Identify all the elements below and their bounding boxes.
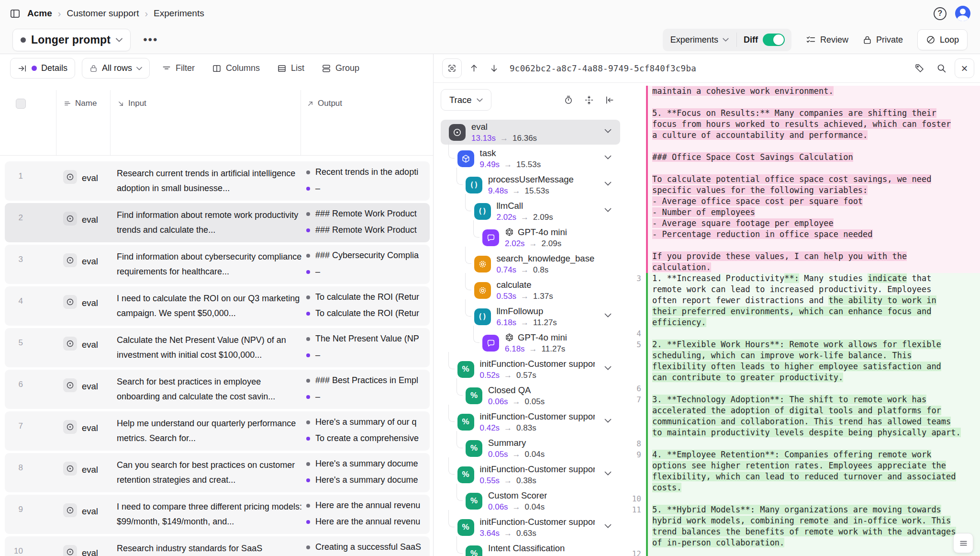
eval-icon: [63, 253, 77, 267]
columns-label: Columns: [226, 63, 260, 73]
diff-line-text: focus from hours worked to results achie…: [646, 119, 980, 130]
columns-button[interactable]: Columns: [207, 58, 265, 79]
tree-connector: [465, 247, 471, 264]
table-row[interactable]: 7evalHelp me understand our quarterly pe…: [5, 411, 430, 451]
chevron-down-icon[interactable]: [604, 471, 612, 476]
experiment-selector[interactable]: Longer prompt: [12, 29, 131, 51]
trace-node-intent-classification[interactable]: %Intent Classification0.13s→0.02s: [441, 541, 620, 556]
details-button[interactable]: Details: [10, 58, 75, 79]
row-input: Search for best practices in employee on…: [117, 374, 304, 405]
loop-button[interactable]: Loop: [917, 29, 968, 50]
diff-toggle-switch[interactable]: [763, 34, 785, 46]
collapse-left-icon[interactable]: [605, 95, 614, 105]
table-row[interactable]: 6evalSearch for best practices in employ…: [5, 370, 430, 409]
private-button[interactable]: Private: [863, 35, 903, 45]
trace-node-llmcall[interactable]: ()llmCall2.02s→2.09s: [441, 199, 620, 224]
timing-icon[interactable]: [564, 95, 573, 105]
trace-node-initfunction-customer-support-c-[interactable]: %initFunction-Customer support-C...0.55s…: [441, 462, 620, 487]
row-input: Can you search for best practices on cus…: [117, 458, 304, 488]
chevron-down-icon[interactable]: [604, 313, 612, 318]
trace-node-closed-qa[interactable]: %Closed QA0.06s→0.05s: [441, 383, 620, 408]
fn-icon: (): [474, 203, 491, 220]
breadcrumb-project[interactable]: Customer support: [67, 8, 139, 19]
table-row[interactable]: 3evalFind information about cybersecurit…: [5, 245, 430, 284]
table-row[interactable]: 1evalResearch current trends in artifici…: [5, 161, 430, 201]
chevron-down-icon[interactable]: [604, 366, 612, 370]
table-row[interactable]: 10evalResearch industry standards for Sa…: [5, 536, 430, 556]
output-dot: [306, 437, 310, 441]
arrow-to-bar-icon: [18, 64, 27, 73]
chevron-down-icon[interactable]: [604, 155, 612, 159]
output-text: –: [315, 392, 320, 402]
row-name: eval: [82, 506, 98, 517]
previous-row-button[interactable]: [466, 60, 482, 77]
table-row[interactable]: 5evalCalculate the Net Present Value (NP…: [5, 328, 430, 367]
expand-panel-button[interactable]: [442, 58, 462, 78]
chevron-down-icon[interactable]: [604, 419, 612, 423]
line-number: [624, 108, 646, 119]
table-row[interactable]: 2evalFind information about remote work …: [5, 203, 430, 242]
tree-connector: [457, 168, 463, 185]
row-name: eval: [82, 423, 98, 433]
trace-node-initfunction-customer-support-c-[interactable]: %initFunction-Customer support-C...0.42s…: [441, 409, 620, 434]
column-header-input[interactable]: Input: [117, 99, 146, 108]
tree-connector: [465, 299, 471, 317]
view-dropdown[interactable]: Experiments: [663, 29, 736, 51]
diff-line: [624, 240, 980, 251]
trace-node-eval[interactable]: eval13.13s→16.36s: [441, 120, 620, 145]
chevron-down-icon[interactable]: [604, 129, 612, 133]
line-number: [624, 460, 646, 471]
chevron-down-icon[interactable]: [604, 208, 612, 212]
diff-line-text: To calculate potential office space cost…: [646, 174, 980, 185]
breadcrumb-section[interactable]: Experiments: [154, 8, 204, 19]
trace-node-initfunction-customer-support-c-[interactable]: %initFunction-Customer support-C...0.52s…: [441, 357, 620, 382]
next-row-button[interactable]: [486, 60, 502, 77]
row-output: The Net Present Value (NP–: [306, 328, 425, 367]
column-header-name[interactable]: Name: [64, 99, 97, 108]
trace-node-custom-scorer[interactable]: %Custom Scorer0.06s→0.04s: [441, 488, 620, 513]
avatar[interactable]: [955, 6, 970, 21]
diff-line: flexibility, which can lead to reduced t…: [624, 471, 980, 482]
output-dot: [306, 504, 310, 508]
table-row[interactable]: 8evalCan you search for best practices o…: [5, 453, 430, 492]
trace-node-initfunction-customer-support-c-[interactable]: %initFunction-Customer support-C...3.64s…: [441, 515, 620, 540]
diff-line-text: specific values for the following variab…: [646, 185, 980, 196]
view-dropdown-label: Experiments: [670, 35, 718, 45]
review-button[interactable]: Review: [806, 35, 848, 45]
trace-node-gpt-4o-mini[interactable]: GPT-4o mini6.18s→11.27s: [441, 330, 620, 355]
trace-node-task[interactable]: task9.49s→15.53s: [441, 146, 620, 171]
table-row[interactable]: 9evalI need to compare three different p…: [5, 495, 430, 534]
outline-button[interactable]: [953, 533, 973, 553]
trace-node-llmfollowup[interactable]: ()llmFollowup6.18s→11.27s: [441, 304, 620, 329]
select-all-checkbox[interactable]: [16, 99, 26, 109]
breadcrumb-org[interactable]: Acme: [27, 8, 52, 19]
chevron-down-icon[interactable]: [604, 182, 612, 186]
sidebar-toggle-icon[interactable]: [10, 8, 21, 19]
rows-filter-dropdown[interactable]: All rows: [82, 58, 150, 79]
diff-removed-block: maintain a cohesive work environment.5. …: [624, 86, 980, 273]
close-panel-button[interactable]: ×: [955, 58, 974, 78]
chevron-down-icon[interactable]: [604, 524, 612, 528]
search-icon[interactable]: [933, 60, 950, 77]
diff-toggle[interactable]: Diff: [737, 29, 791, 51]
llm-icon: [482, 335, 499, 352]
group-button[interactable]: Group: [316, 58, 365, 79]
help-icon[interactable]: ?: [934, 7, 947, 20]
node-durations: 2.02s→2.09s: [505, 239, 567, 249]
list-button[interactable]: List: [272, 58, 310, 79]
eval-icon: [63, 170, 77, 184]
tree-connector: [457, 484, 463, 501]
row-number: 9: [5, 505, 23, 514]
tag-icon[interactable]: [911, 60, 928, 77]
column-header-output[interactable]: Output: [307, 99, 342, 108]
trace-id[interactable]: 9c062bc2-a8c7-4a88-9749-5cf840f3c9ba: [510, 64, 696, 73]
more-options-button[interactable]: •••: [139, 30, 162, 49]
filter-button[interactable]: Filter: [156, 58, 200, 79]
diff-line: can contribute to greater productivity.: [624, 372, 980, 383]
table-row[interactable]: 4evalI need to calculate the ROI on our …: [5, 286, 430, 326]
collapse-vertical-icon[interactable]: [584, 95, 594, 105]
trace-view-dropdown[interactable]: Trace: [441, 89, 491, 111]
trace-node-summary[interactable]: %Summary0.05s→0.04s: [441, 436, 620, 461]
diff-toggle-label: Diff: [744, 35, 758, 45]
eval-icon: [63, 503, 77, 517]
